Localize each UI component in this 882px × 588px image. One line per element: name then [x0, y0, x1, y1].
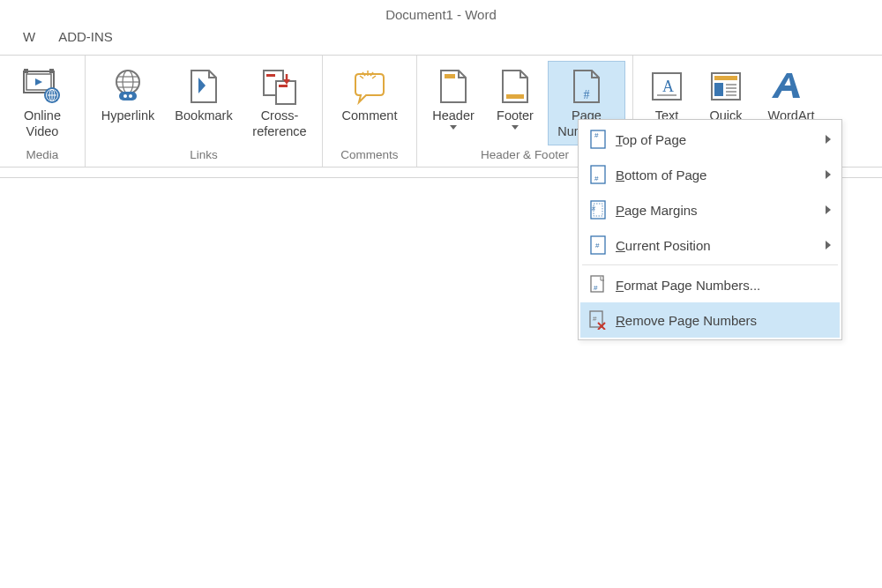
svg-rect-15	[119, 92, 137, 100]
bookmark-label: Bookmark	[175, 108, 232, 123]
svg-rect-22	[279, 85, 288, 87]
online-video-button[interactable]: Online Video	[7, 61, 78, 145]
menu-top-of-page-label: Top of Page	[610, 132, 826, 147]
ribbon-tabs: W ADD-INS	[0, 27, 882, 46]
svg-rect-17	[129, 94, 132, 98]
group-comments: Comment Comments	[323, 56, 417, 167]
comment-button[interactable]: Comment	[330, 61, 409, 145]
hyperlink-label: Hyperlink	[101, 108, 154, 123]
cross-reference-icon	[258, 65, 301, 108]
svg-line-28	[372, 76, 376, 78]
svg-marker-18	[198, 78, 206, 93]
online-video-label-1: Online	[24, 108, 61, 123]
svg-text:#: #	[594, 284, 598, 292]
svg-text:#: #	[595, 242, 600, 249]
svg-text:#: #	[592, 205, 595, 212]
svg-rect-36	[714, 76, 737, 80]
menu-bottom-of-page[interactable]: # Bottom of Page	[580, 157, 840, 192]
submenu-arrow-icon	[826, 241, 831, 249]
menu-format-page-numbers-label: Format Page Numbers...	[610, 278, 831, 293]
svg-rect-30	[506, 94, 524, 99]
svg-marker-4	[35, 78, 42, 86]
tab-view-suffix[interactable]: W	[19, 27, 39, 46]
group-media: Online Video Media	[0, 56, 86, 167]
tab-addins[interactable]: ADD-INS	[55, 27, 116, 46]
window-title: Document1 - Word	[0, 0, 882, 27]
group-links: Hyperlink Bookmark	[86, 56, 323, 167]
svg-rect-16	[123, 94, 127, 98]
cross-reference-button[interactable]: Cross- reference	[244, 61, 315, 145]
menu-remove-page-numbers[interactable]: # Remove Page Numbers	[580, 302, 840, 338]
menu-page-margins-label: Page Margins	[610, 203, 826, 218]
group-comments-label: Comments	[330, 145, 409, 163]
svg-line-27	[360, 76, 363, 78]
menu-remove-page-numbers-label: Remove Page Numbers	[610, 313, 831, 328]
footer-icon	[494, 65, 536, 108]
bottom-of-page-icon: #	[586, 165, 610, 184]
svg-rect-37	[714, 83, 723, 96]
quick-parts-icon	[705, 65, 747, 108]
text-box-icon: A	[646, 65, 688, 108]
header-label: Header	[432, 108, 475, 123]
menu-bottom-of-page-label: Bottom of Page	[610, 167, 826, 182]
header-icon	[432, 65, 475, 108]
cross-reference-label-2: reference	[252, 123, 306, 139]
online-video-icon	[21, 65, 64, 108]
svg-rect-3	[49, 69, 54, 73]
cross-reference-label-1: Cross-	[261, 108, 299, 123]
remove-page-numbers-icon: #	[586, 310, 610, 330]
bookmark-icon	[183, 65, 225, 108]
group-media-label: Media	[7, 145, 78, 163]
hyperlink-icon	[107, 65, 149, 108]
page-number-menu: # Top of Page # Bottom of Page # Page Ma…	[578, 119, 842, 340]
online-video-label-2: Video	[26, 123, 59, 139]
page-margins-icon: #	[586, 200, 610, 220]
bookmark-button[interactable]: Bookmark	[168, 61, 239, 145]
page-number-icon: #	[565, 65, 608, 108]
wordart-icon	[770, 65, 812, 108]
svg-text:#: #	[594, 175, 599, 182]
header-button[interactable]: Header	[424, 61, 482, 145]
menu-separator	[582, 264, 838, 265]
svg-text:#: #	[584, 88, 590, 101]
comment-label: Comment	[342, 108, 398, 123]
svg-text:#: #	[593, 315, 597, 323]
comment-icon	[348, 65, 391, 108]
svg-rect-29	[445, 74, 455, 78]
chevron-down-icon	[450, 125, 457, 130]
svg-rect-21	[266, 74, 275, 77]
top-of-page-icon: #	[586, 130, 610, 149]
hyperlink-button[interactable]: Hyperlink	[93, 61, 163, 145]
submenu-arrow-icon	[826, 205, 831, 214]
svg-rect-2	[24, 69, 28, 73]
menu-page-margins[interactable]: # Page Margins	[580, 192, 840, 227]
menu-current-position-label: Current Position	[610, 238, 826, 253]
footer-label: Footer	[497, 108, 534, 123]
svg-text:A: A	[662, 78, 674, 95]
group-links-label: Links	[93, 145, 315, 163]
menu-current-position[interactable]: # Current Position	[580, 227, 840, 263]
submenu-arrow-icon	[826, 170, 831, 179]
menu-format-page-numbers[interactable]: # Format Page Numbers...	[580, 267, 840, 302]
footer-button[interactable]: Footer	[488, 61, 542, 145]
chevron-down-icon	[512, 125, 519, 130]
current-position-icon: #	[586, 235, 610, 255]
svg-text:#: #	[594, 131, 599, 139]
menu-top-of-page[interactable]: # Top of Page	[580, 122, 840, 157]
submenu-arrow-icon	[826, 135, 831, 144]
svg-rect-20	[276, 81, 295, 104]
format-page-numbers-icon: #	[586, 275, 610, 294]
